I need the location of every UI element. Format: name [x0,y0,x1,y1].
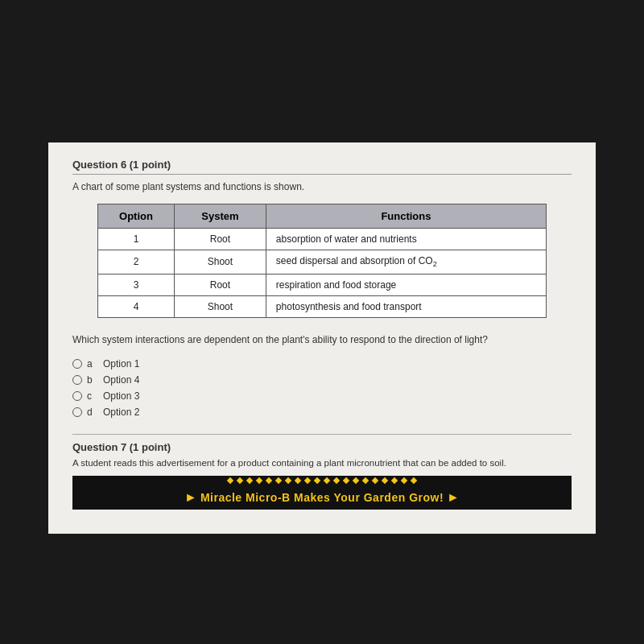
option-num-4: 4 [98,295,175,317]
option-num-3: 3 [98,274,175,295]
option-label-b: Option 4 [103,374,139,386]
dot-icon [275,477,282,483]
system-2: Shoot [174,250,266,274]
dot-icon [227,477,233,483]
table-header-functions: Functions [266,204,546,229]
dot-icon [411,477,417,483]
radio-d[interactable] [72,407,82,417]
dot-icon [304,477,311,483]
list-item[interactable]: b Option 4 [72,374,572,386]
arrow-right-icon: ► [447,490,460,505]
table-header-option: Option [98,204,175,229]
question6-intro: A chart of some plant systems and functi… [72,181,572,192]
option-letter-a: a [87,358,95,369]
section-divider [72,434,572,435]
subscript-2: 2 [433,261,437,269]
dot-icon [372,477,378,483]
option-letter-c: c [87,390,95,402]
option-letter-d: d [87,407,95,418]
dot-icon [333,477,340,483]
radio-b[interactable] [72,375,82,385]
paper: Question 6 (1 point) A chart of some pla… [48,142,596,533]
table-row: 2 Shoot seed dispersal and absorption of… [98,250,547,274]
dot-icon [256,477,262,483]
function-3: respiration and food storage [266,274,546,295]
option-num-2: 2 [98,250,175,274]
function-1: absorption of water and nutrients [266,229,546,250]
answer-options: a Option 1 b Option 4 c Option 3 d Optio… [72,358,572,418]
question7-header: Question 7 (1 point) [72,441,572,453]
function-4: photosynthesis and food transport [266,295,546,317]
dot-icon [401,477,407,483]
dot-icon [295,477,301,483]
follow-question: Which system interactions are dependent … [72,332,572,347]
option-num-1: 1 [98,229,175,250]
system-4: Shoot [174,295,266,317]
dot-icon [362,477,369,483]
plant-systems-table: Option System Functions 1 Root absorptio… [97,204,547,317]
option-label-c: Option 3 [103,390,139,402]
ad-text: Miracle Micro-B Makes Your Garden Grow! [200,491,444,504]
radio-a[interactable] [72,359,82,369]
dot-icon [324,477,330,483]
dot-icon [391,477,398,483]
dot-icon [237,477,243,483]
table-row: 4 Shoot photosynthesis and food transpor… [98,295,547,317]
dots-top [72,476,572,485]
option-label-d: Option 2 [103,407,139,418]
system-3: Root [174,274,266,295]
list-item[interactable]: c Option 3 [72,390,572,402]
option-label-a: Option 1 [103,358,139,369]
table-row: 3 Root respiration and food storage [98,274,547,295]
arrow-left-icon: ► [184,490,197,505]
dot-icon [246,477,253,483]
dot-icon [382,477,388,483]
dot-icon [266,477,272,483]
list-item[interactable]: d Option 2 [72,407,572,418]
dot-icon [314,477,320,483]
table-header-system: System [174,204,266,229]
table-row: 1 Root absorption of water and nutrients [98,229,547,250]
screen: Question 6 (1 point) A chart of some pla… [0,0,644,644]
ad-banner: ► Miracle Micro-B Makes Your Garden Grow… [72,485,572,510]
question7-intro: A student reads this advertisement for a… [72,458,572,468]
option-letter-b: b [87,374,95,386]
system-1: Root [174,229,266,250]
dot-icon [343,477,349,483]
radio-c[interactable] [72,391,82,401]
question6-header: Question 6 (1 point) [72,159,572,175]
list-item[interactable]: a Option 1 [72,358,572,369]
dot-icon [353,477,359,483]
function-2: seed dispersal and absorption of CO2 [266,250,546,274]
dot-icon [285,477,291,483]
